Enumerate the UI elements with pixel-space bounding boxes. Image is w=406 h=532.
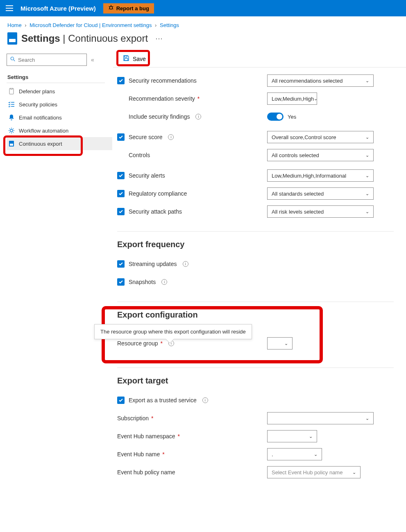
dropdown-subscription[interactable]: ⌄ — [267, 412, 374, 424]
info-icon[interactable]: i — [195, 114, 201, 119]
dropdown-recommendations[interactable]: All recommendations selected⌄ — [267, 74, 374, 87]
sidebar-item-label: Defender plans — [19, 88, 55, 95]
svg-point-0 — [109, 6, 112, 9]
svg-rect-14 — [125, 59, 128, 61]
label-reg-compliance: Regulatory compliance — [129, 190, 187, 197]
label-rec-severity: Recommendation severity * — [129, 95, 200, 102]
label-trusted-service: Export as a trusted service — [129, 397, 197, 404]
dropdown-secure-score[interactable]: Overall score,Control score⌄ — [267, 131, 374, 143]
dropdown-reg-compliance[interactable]: All standards selected⌄ — [267, 187, 374, 200]
label-security-alerts: Security alerts — [129, 172, 165, 179]
chevron-down-icon: ⌄ — [352, 470, 356, 475]
label-attack-paths: Security attack paths — [129, 208, 182, 215]
chevron-down-icon: ⌄ — [365, 191, 369, 196]
bell-icon — [8, 114, 15, 121]
checkbox-streaming[interactable] — [117, 260, 125, 268]
heading-export-config: Export configuration — [117, 310, 394, 320]
bug-icon — [108, 5, 114, 12]
dropdown-eh-name[interactable]: .⌄ — [267, 448, 322, 460]
export-icon — [8, 140, 15, 147]
dropdown-alerts[interactable]: Low,Medium,High,Informational⌄ — [267, 169, 374, 182]
chevron-down-icon: ⌄ — [309, 434, 313, 439]
svg-point-10 — [10, 129, 13, 132]
more-actions-icon[interactable]: ⋯ — [155, 34, 163, 43]
settings-page-icon — [7, 32, 17, 45]
breadcrumb-defender[interactable]: Microsoft Defender for Cloud | Environme… — [29, 22, 152, 28]
checkbox-security-alerts[interactable] — [117, 172, 125, 179]
label-include-findings: Include security findings — [129, 113, 190, 120]
dropdown-resource-group[interactable]: ⌄ — [267, 337, 293, 349]
label-secure-score: Secure score — [129, 134, 162, 140]
info-icon[interactable]: i — [161, 279, 167, 285]
label-streaming: Streaming updates — [129, 261, 177, 267]
toggle-include-findings[interactable] — [267, 113, 284, 121]
label-resource-group: Resource group * — [117, 340, 163, 347]
info-icon[interactable]: i — [168, 134, 174, 140]
dropdown-eh-policy[interactable]: Select Event Hub policy name⌄ — [267, 466, 361, 478]
label-security-recommendations: Security recommendations — [129, 77, 197, 84]
label-eh-name: Event Hub name * — [117, 451, 165, 458]
chevron-down-icon: ⌄ — [365, 173, 369, 178]
save-button[interactable]: Save — [119, 52, 150, 65]
info-icon[interactable]: i — [183, 261, 188, 267]
list-check-icon — [8, 101, 15, 108]
sidebar-search[interactable] — [7, 54, 87, 66]
sidebar-item-label: Workflow automation — [19, 128, 68, 134]
chevron-down-icon: ⌄ — [365, 78, 369, 83]
page-title: Settings | Continuous export — [21, 33, 148, 44]
label-controls: Controls — [129, 152, 150, 158]
svg-point-6 — [11, 57, 14, 60]
dropdown-rec-severity[interactable]: Low,Medium,High⌄ — [267, 92, 317, 105]
brand-label: Microsoft Azure (Preview) — [20, 5, 96, 12]
chevron-down-icon: ⌄ — [365, 135, 369, 140]
sidebar-heading: Settings — [7, 74, 113, 80]
breadcrumb: Home › Microsoft Defender for Cloud | En… — [0, 16, 406, 31]
label-eh-namespace: Event Hub namespace * — [117, 433, 180, 440]
search-input[interactable] — [18, 57, 87, 63]
svg-line-5 — [112, 8, 113, 9]
chevron-down-icon: ⌄ — [284, 341, 288, 346]
heading-export-target: Export target — [117, 376, 394, 385]
dropdown-attack-paths[interactable]: All risk levels selected⌄ — [267, 205, 374, 218]
svg-rect-12 — [10, 144, 13, 146]
checkbox-attack-paths[interactable] — [117, 208, 125, 215]
chevron-down-icon: ⌄ — [314, 96, 318, 101]
sidebar-item-defender-plans[interactable]: Defender plans — [7, 85, 112, 98]
collapse-sidebar-icon[interactable]: « — [91, 56, 94, 63]
clipboard-icon — [8, 88, 15, 95]
chevron-down-icon: ⌄ — [314, 452, 318, 457]
label-snapshots: Snapshots — [129, 279, 156, 285]
checkbox-security-recommendations[interactable] — [117, 77, 125, 84]
chevron-down-icon: ⌄ — [365, 209, 369, 214]
breadcrumb-home[interactable]: Home — [7, 22, 22, 28]
dropdown-controls[interactable]: All controls selected⌄ — [267, 149, 374, 161]
sidebar-item-email-notifications[interactable]: Email notifications — [7, 111, 112, 124]
svg-line-4 — [109, 8, 110, 9]
menu-icon[interactable] — [6, 5, 13, 11]
label-eh-policy: Event hub policy name — [117, 469, 175, 476]
report-bug-button[interactable]: Report a bug — [103, 3, 154, 14]
checkbox-reg-compliance[interactable] — [117, 190, 125, 197]
dropdown-eh-namespace[interactable]: ⌄ — [267, 430, 317, 442]
sidebar-item-security-policies[interactable]: Security policies — [7, 98, 112, 111]
breadcrumb-settings[interactable]: Settings — [160, 22, 179, 28]
save-icon — [123, 55, 129, 63]
chevron-down-icon: ⌄ — [365, 153, 369, 158]
svg-line-7 — [14, 60, 15, 61]
checkbox-trusted-service[interactable] — [117, 397, 125, 404]
svg-line-3 — [112, 6, 113, 7]
chevron-down-icon: ⌄ — [365, 416, 369, 421]
svg-line-2 — [109, 6, 110, 7]
checkbox-secure-score[interactable] — [117, 133, 125, 141]
search-icon — [10, 56, 16, 63]
label-subscription: Subscription * — [117, 415, 153, 422]
toggle-label: Yes — [288, 114, 296, 120]
sidebar-item-continuous-export[interactable]: Continuous export — [7, 137, 112, 150]
sidebar-item-label: Continuous export — [19, 141, 62, 147]
checkbox-snapshots[interactable] — [117, 278, 125, 286]
svg-rect-9 — [10, 88, 13, 89]
sidebar-item-label: Email notifications — [19, 115, 62, 121]
sidebar-item-workflow-automation[interactable]: Workflow automation — [7, 124, 112, 137]
heading-export-frequency: Export frequency — [117, 240, 394, 249]
info-icon[interactable]: i — [202, 397, 208, 403]
